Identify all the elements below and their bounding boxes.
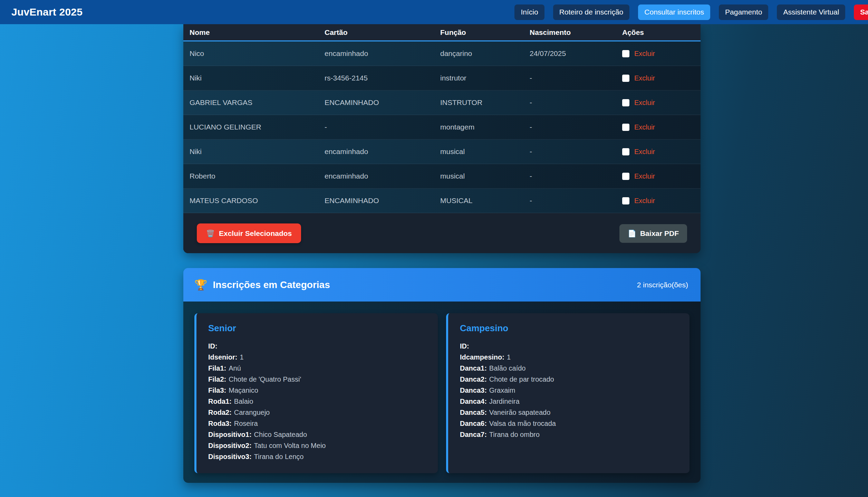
row-select-checkbox[interactable] [622,197,629,204]
cell-cartao: encaminhado [318,147,434,156]
category-field: ID: [208,341,426,352]
cell-funcao: dançarino [434,49,523,58]
cell-funcao: musical [434,172,523,180]
table-row: Nicoencaminhadodançarino24/07/2025Exclui… [183,41,701,66]
category-field: Danca2:Chote de par trocado [460,374,678,385]
row-select-checkbox[interactable] [622,148,629,155]
cell-funcao: MUSICAL [434,197,523,205]
row-select-checkbox[interactable] [622,173,629,180]
cell-nascimento: - [523,98,616,107]
cell-funcao: instrutor [434,74,523,82]
delete-selected-label: Excluir Selecionados [219,229,292,238]
delete-selected-button[interactable]: 🗑️ Excluir Selecionados [197,223,301,243]
category-field: Fila3:Maçanico [208,385,426,396]
nav-button-roteiro-de-inscricao[interactable]: Roteiro de inscrição [553,4,630,20]
cell-cartao: rs-3456-2145 [318,74,434,82]
category-field: Idsenior:1 [208,352,426,363]
cell-nome: Niki [183,147,318,156]
cell-acoes: Excluir [616,197,701,205]
category-field: Danca7:Tirana do ombro [460,429,678,440]
category-field: ID: [460,341,678,352]
table-row: GABRIEL VARGASENCAMINHADOINSTRUTOR-Exclu… [183,90,701,115]
cell-nascimento: - [523,197,616,205]
cell-nascimento: 24/07/2025 [523,49,616,58]
cell-acoes: Excluir [616,74,701,82]
category-field: Dispositivo2:Tatu com Volta no Meio [208,440,426,451]
column-header-cartao: Cartão [318,28,434,37]
document-icon: 📄 [628,230,636,237]
table-row: Nikirs-3456-2145instrutor-Excluir [183,66,701,90]
category-card-senior: SeniorID:Idsenior:1Fila1:AnúFila2:Chote … [194,313,438,473]
trophy-icon: 🏆 [194,280,207,290]
column-header-nascimento: Nascimento [523,28,616,37]
nav-button-pagamento[interactable]: Pagamento [719,4,768,20]
cell-cartao: ENCAMINHADO [318,197,434,205]
nav-button-consultar-inscritos[interactable]: Consultar inscritos [638,4,710,20]
categories-title: 🏆 Inscrições em Categorias [194,279,330,290]
cell-nascimento: - [523,74,616,82]
cell-cartao: encaminhado [318,172,434,180]
categories-body: SeniorID:Idsenior:1Fila1:AnúFila2:Chote … [183,302,701,483]
table-row: Nikiencaminhadomusical-Excluir [183,140,701,164]
excluir-link[interactable]: Excluir [634,50,655,58]
cell-nome: Nico [183,49,318,58]
cell-cartao: - [318,123,434,131]
cell-acoes: Excluir [616,123,701,131]
cell-nascimento: - [523,172,616,180]
nav-button-inicio[interactable]: Início [514,4,544,20]
cell-cartao: ENCAMINHADO [318,98,434,107]
category-field: Idcampesino:1 [460,352,678,363]
cell-acoes: Excluir [616,172,701,180]
cell-acoes: Excluir [616,148,701,156]
app-brand: JuvEnart 2025 [11,6,83,18]
navbar: JuvEnart 2025 InícioRoteiro de inscrição… [0,0,868,24]
category-field: Roda3:Roseira [208,418,426,429]
column-header-nome: Nome [183,28,318,37]
excluir-link[interactable]: Excluir [634,123,655,131]
cell-nome: Niki [183,74,318,82]
nav-items: InícioRoteiro de inscriçãoConsultar insc… [514,4,868,20]
row-select-checkbox[interactable] [622,99,629,106]
cell-acoes: Excluir [616,50,701,58]
download-pdf-button[interactable]: 📄 Baixar PDF [619,224,687,243]
trash-icon: 🗑️ [206,230,215,237]
table-body: Nicoencaminhadodançarino24/07/2025Exclui… [183,41,701,213]
inscritos-table-card: Nome Cartão Função Nascimento Ações Nico… [183,24,701,253]
cell-funcao: montagem [434,123,523,131]
cell-funcao: musical [434,147,523,156]
cell-nome: GABRIEL VARGAS [183,98,318,107]
category-field: Danca1:Balão caído [460,363,678,374]
table-row: Robertoencaminhadomusical-Excluir [183,164,701,189]
excluir-link[interactable]: Excluir [634,148,655,156]
category-field: Dispositivo1:Chico Sapateado [208,429,426,440]
nav-button-assistente-virtual[interactable]: Assistente Virtual [777,4,845,20]
row-select-checkbox[interactable] [622,124,629,131]
table-footer: 🗑️ Excluir Selecionados 📄 Baixar PDF [183,213,701,253]
category-field: Danca3:Graxaim [460,385,678,396]
categories-header: 🏆 Inscrições em Categorias 2 inscrição(õ… [183,268,701,302]
table-header-row: Nome Cartão Função Nascimento Ações [183,24,701,41]
category-field: Danca6:Valsa da mão trocada [460,418,678,429]
category-field: Danca4:Jardineira [460,396,678,407]
excluir-link[interactable]: Excluir [634,74,655,82]
cell-nome: MATEUS CARDOSO [183,197,318,205]
category-card-campesino: CampesinoID:Idcampesino:1Danca1:Balão ca… [446,313,689,473]
cell-nascimento: - [523,147,616,156]
excluir-link[interactable]: Excluir [634,172,655,180]
table-row: MATEUS CARDOSOENCAMINHADOMUSICAL-Excluir [183,189,701,213]
row-select-checkbox[interactable] [622,50,629,57]
column-header-funcao: Função [434,28,523,37]
row-select-checkbox[interactable] [622,75,629,82]
category-field: Roda2:Caranguejo [208,407,426,418]
cell-acoes: Excluir [616,99,701,107]
excluir-link[interactable]: Excluir [634,99,655,107]
categories-title-text: Inscrições em Categorias [213,279,330,290]
cell-nome: Roberto [183,172,318,180]
category-field: Danca5:Vaneirão sapateado [460,407,678,418]
category-field: Roda1:Balaio [208,396,426,407]
cell-funcao: INSTRUTOR [434,98,523,107]
excluir-link[interactable]: Excluir [634,197,655,205]
categories-count-badge: 2 inscrição(ões) [637,281,688,289]
nav-button-sair[interactable]: Sair [854,4,868,20]
category-field: Dispositivo3:Tirana do Lenço [208,451,426,462]
